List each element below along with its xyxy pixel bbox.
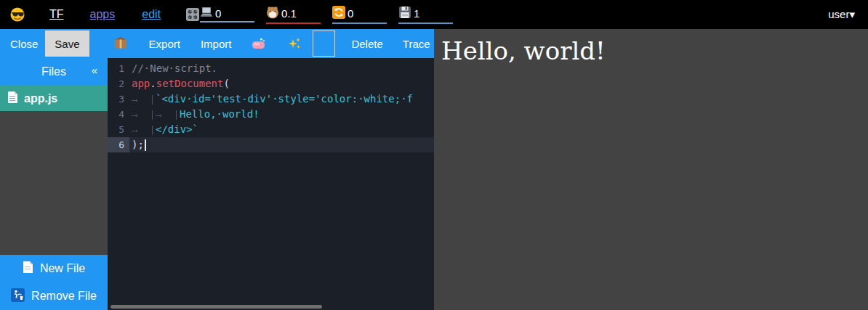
code-token: </div>` — [156, 123, 198, 135]
sparkles-icon — [288, 40, 301, 52]
close-button[interactable]: Close — [10, 38, 38, 50]
topbar-link-edit[interactable]: edit — [142, 8, 161, 21]
new-file-label: New File — [40, 262, 85, 275]
floppy-disk-icon — [398, 6, 411, 21]
document-icon — [7, 91, 18, 107]
code-line[interactable]: 6); — [108, 137, 434, 152]
save-button[interactable]: Save — [45, 30, 89, 57]
editor-toolbar: Close Save Export Import — [0, 29, 434, 58]
control-knobs-icon[interactable] — [185, 7, 200, 22]
file-list-empty-area — [0, 111, 108, 255]
stat-laptop[interactable]: 0 — [200, 7, 254, 23]
sparkles-icon-button[interactable] — [288, 37, 301, 50]
sunglasses-face-icon[interactable] — [10, 7, 25, 22]
code-line[interactable]: 3`<div·id='test-div'·style='color:·white… — [108, 91, 434, 107]
line-number: 3 — [108, 91, 129, 107]
code-token: `<div·id='test-div'·style='color:·white;… — [156, 93, 413, 105]
soap-icon — [252, 39, 266, 52]
line-number: 1 — [108, 61, 129, 76]
package-icon — [114, 39, 127, 52]
trace-button[interactable]: Trace — [403, 38, 430, 50]
horizontal-scrollbar[interactable] — [110, 305, 322, 309]
files-header-title: Files — [41, 65, 66, 78]
remove-file-label: Remove File — [31, 290, 97, 303]
collapse-sidebar-button[interactable]: « — [92, 64, 97, 76]
code-token: Hello,·world! — [180, 108, 260, 120]
stat-hamster-value: 0.1 — [281, 7, 297, 20]
stat-hamster[interactable]: 0.1 — [266, 6, 321, 24]
code-token: app — [132, 78, 150, 89]
code-token: . — [150, 78, 156, 89]
new-file-button[interactable]: New File — [0, 255, 108, 282]
code-token: //·New·script. — [132, 62, 217, 74]
editor-workspace: Close Save Export Import — [0, 29, 434, 310]
laptop-icon — [200, 7, 213, 20]
line-number: 6 — [108, 137, 129, 152]
remove-file-button[interactable]: Remove File — [0, 282, 108, 310]
repeat-arrows-icon — [332, 6, 345, 21]
preview-heading: Hello, world! — [441, 38, 868, 65]
code-line[interactable]: 2app.setDocument( — [108, 76, 434, 91]
tab-whitespace-marker — [132, 110, 153, 120]
line-number: 2 — [108, 76, 129, 91]
package-icon-button[interactable] — [114, 36, 127, 51]
line-number: 4 — [108, 107, 129, 122]
files-sidebar: Files « app.js — [0, 58, 108, 310]
soap-icon-button[interactable] — [252, 37, 266, 50]
new-document-icon — [23, 261, 33, 277]
tab-whitespace-marker — [132, 95, 153, 105]
sidebar-actions: New File Remove File — [0, 255, 108, 310]
topbar-link-apps[interactable]: apps — [90, 8, 116, 21]
top-bar: TF apps edit 0 — [0, 0, 868, 29]
file-item-appjs[interactable]: app.js — [0, 86, 108, 111]
preview-panel: Hello, world! — [434, 29, 868, 310]
code-token: ( — [223, 78, 229, 89]
tab-whitespace-marker — [156, 110, 177, 120]
editor-lines: 1//·New·script.2app.setDocument(3`<div·i… — [108, 58, 434, 152]
tab-whitespace-marker — [132, 126, 153, 135]
empty-toolbar-button[interactable] — [313, 30, 335, 57]
stat-floppy-value: 1 — [414, 7, 419, 20]
code-token: ); — [132, 139, 144, 150]
stat-repeat-value: 0 — [347, 7, 353, 20]
delete-button[interactable]: Delete — [351, 38, 382, 50]
code-editor[interactable]: 1//·New·script.2app.setDocument(3`<div·i… — [108, 58, 434, 310]
code-line[interactable]: 4Hello,·world! — [108, 107, 434, 122]
topbar-link-tf[interactable]: TF — [49, 8, 64, 21]
import-button[interactable]: Import — [201, 38, 232, 50]
code-token: setDocument — [156, 78, 224, 89]
code-line[interactable]: 5</div>` — [108, 122, 434, 137]
litter-bin-icon — [11, 288, 25, 305]
line-number: 5 — [108, 122, 129, 137]
user-menu[interactable]: user▾ — [828, 8, 855, 21]
code-line[interactable]: 1//·New·script. — [108, 61, 434, 76]
text-cursor — [145, 139, 146, 151]
export-button[interactable]: Export — [149, 38, 180, 50]
file-item-name: app.js — [24, 92, 57, 105]
stat-floppy[interactable]: 1 — [398, 6, 453, 24]
stat-laptop-value: 0 — [215, 7, 221, 20]
files-header: Files « — [0, 58, 108, 86]
stat-repeat[interactable]: 0 — [332, 6, 387, 24]
hamster-icon — [266, 6, 279, 21]
